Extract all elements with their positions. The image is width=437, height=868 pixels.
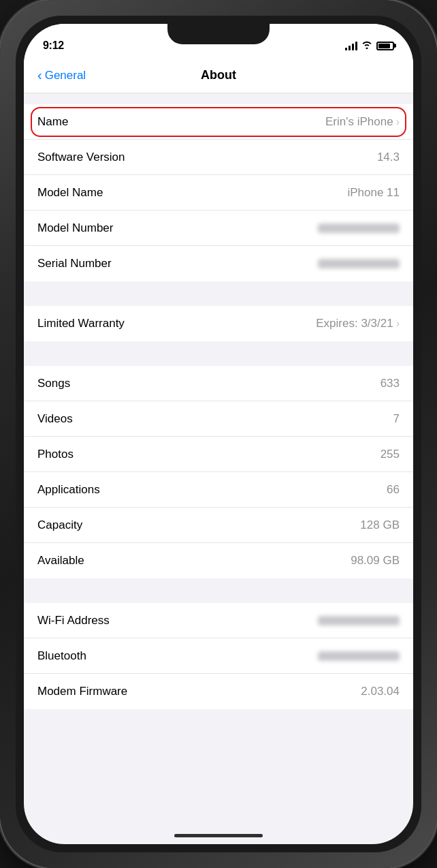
screen: 9:12 xyxy=(24,24,413,844)
page-title: About xyxy=(201,68,236,82)
capacity-value: 128 GB xyxy=(360,518,400,532)
songs-row: Songs 633 xyxy=(24,366,413,401)
settings-group-2: Limited Warranty Expires: 3/3/21 › xyxy=(24,306,413,341)
model-name-value: iPhone 11 xyxy=(347,186,400,200)
section-gap-4 xyxy=(24,578,413,603)
battery-icon xyxy=(376,42,394,50)
phone-inner: 9:12 xyxy=(16,16,421,852)
photos-label: Photos xyxy=(37,448,74,461)
signal-bars-icon xyxy=(345,41,357,50)
software-version-row: Software Version 14.3 xyxy=(24,140,413,175)
wifi-address-label: Wi-Fi Address xyxy=(37,614,110,627)
warranty-chevron-icon: › xyxy=(396,317,400,330)
model-number-row: Model Number xyxy=(24,211,413,246)
settings-group-4: Wi-Fi Address Bluetooth Modem Firmware 2… xyxy=(24,603,413,709)
section-gap-2 xyxy=(24,281,413,306)
limited-warranty-value: Expires: 3/3/21 xyxy=(316,317,393,330)
settings-group-3: Songs 633 Videos 7 Photos 255 Applicatio… xyxy=(24,366,413,578)
section-gap-top xyxy=(24,93,413,104)
modem-firmware-value: 2.03.04 xyxy=(361,685,400,698)
applications-row: Applications 66 xyxy=(24,472,413,508)
name-value-group: Erin's iPhone › xyxy=(325,115,400,129)
home-indicator xyxy=(174,834,263,837)
videos-label: Videos xyxy=(37,412,73,426)
wifi-address-row: Wi-Fi Address xyxy=(24,603,413,638)
available-row: Available 98.09 GB xyxy=(24,543,413,578)
signal-bar-1 xyxy=(345,48,347,50)
wifi-address-value xyxy=(318,616,400,625)
name-value: Erin's iPhone xyxy=(325,115,393,129)
songs-value: 633 xyxy=(381,377,400,390)
modem-firmware-row: Modem Firmware 2.03.04 xyxy=(24,674,413,709)
back-chevron-icon: ‹ xyxy=(37,68,42,82)
name-label: Name xyxy=(37,115,68,129)
photos-row: Photos 255 xyxy=(24,437,413,472)
capacity-label: Capacity xyxy=(37,518,82,532)
videos-value: 7 xyxy=(393,412,400,426)
signal-bar-2 xyxy=(349,46,351,50)
available-value: 98.09 GB xyxy=(351,554,400,568)
limited-warranty-label: Limited Warranty xyxy=(37,317,125,330)
bluetooth-label: Bluetooth xyxy=(37,649,86,663)
model-name-row: Model Name iPhone 11 xyxy=(24,175,413,211)
applications-label: Applications xyxy=(37,483,100,497)
capacity-row: Capacity 128 GB xyxy=(24,508,413,543)
bluetooth-value xyxy=(318,651,400,661)
status-icons xyxy=(345,40,394,51)
name-chevron-icon: › xyxy=(396,116,400,128)
limited-warranty-row[interactable]: Limited Warranty Expires: 3/3/21 › xyxy=(24,306,413,341)
warranty-value-group: Expires: 3/3/21 › xyxy=(316,317,400,330)
software-version-value: 14.3 xyxy=(377,151,400,164)
phone-frame: 9:12 xyxy=(0,0,437,868)
name-row[interactable]: Name Erin's iPhone › xyxy=(24,104,413,140)
applications-value: 66 xyxy=(387,483,400,497)
available-label: Available xyxy=(37,554,84,568)
model-number-label: Model Number xyxy=(37,221,114,235)
notch xyxy=(167,24,270,44)
back-label: General xyxy=(45,69,86,82)
videos-row: Videos 7 xyxy=(24,401,413,437)
photos-value: 255 xyxy=(381,448,400,461)
model-number-value xyxy=(318,223,400,233)
signal-bar-4 xyxy=(355,42,357,50)
serial-number-value xyxy=(318,259,400,268)
name-row-wrapper: Name Erin's iPhone › xyxy=(24,104,413,140)
songs-label: Songs xyxy=(37,377,70,390)
settings-group-1: Name Erin's iPhone › Software Version 14… xyxy=(24,104,413,281)
software-version-label: Software Version xyxy=(37,151,125,164)
status-time: 9:12 xyxy=(43,40,64,52)
wifi-icon xyxy=(361,40,372,51)
back-button[interactable]: ‹ General xyxy=(37,69,86,82)
section-gap-bottom xyxy=(24,709,413,734)
signal-bar-3 xyxy=(352,44,354,50)
serial-number-row: Serial Number xyxy=(24,246,413,281)
serial-number-label: Serial Number xyxy=(37,257,112,270)
bluetooth-row: Bluetooth xyxy=(24,638,413,674)
status-bar: 9:12 xyxy=(24,24,413,58)
model-name-label: Model Name xyxy=(37,186,103,200)
nav-bar: ‹ General About xyxy=(24,58,413,93)
settings-content: Name Erin's iPhone › Software Version 14… xyxy=(24,93,413,824)
battery-fill xyxy=(378,44,390,48)
section-gap-3 xyxy=(24,341,413,366)
modem-firmware-label: Modem Firmware xyxy=(37,685,127,698)
